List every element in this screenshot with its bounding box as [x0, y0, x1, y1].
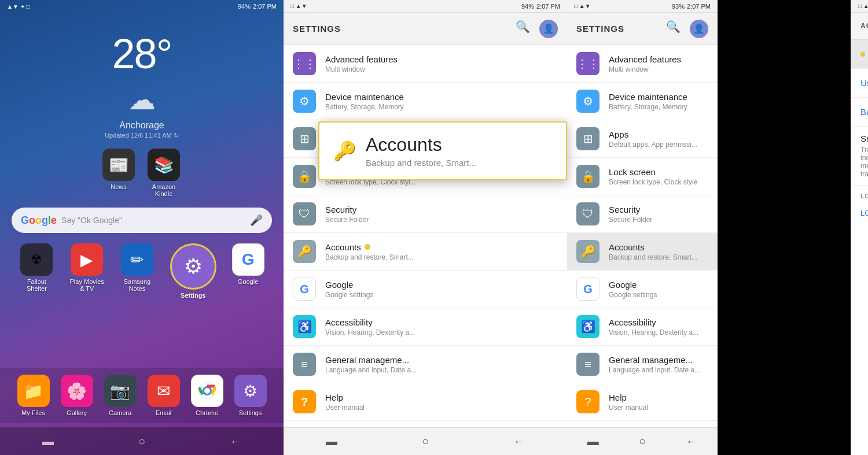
popup-title: Accounts [366, 134, 476, 156]
nav-back[interactable]: ← [230, 435, 241, 448]
weather-widget: 28° ☁ Anchorage Updated 12/6 11:41 AM ↻ [0, 13, 284, 139]
accounts-nav-item-users[interactable]: Users [851, 69, 868, 98]
dock-gallery[interactable]: 🌸 Gallery [61, 375, 93, 416]
settings-panel-2: □ ▲▼ 93% 2:07 PM SETTINGS 🔍 👤 ⋮⋮ Advance… [567, 0, 851, 455]
svg-point-2 [204, 388, 210, 394]
s2-lockscreen[interactable]: 🔒 Lock screen Screen lock type, Clock st… [567, 158, 718, 195]
settings-item-accessibility[interactable]: ♿ Accessibility Vision, Hearing, Dexteri… [284, 308, 567, 346]
advanced-text: Advanced features Multi window [325, 54, 558, 73]
settings-item-advanced[interactable]: ⋮⋮ Advanced features Multi window [284, 45, 567, 83]
search-icon[interactable]: 🔍 [516, 20, 530, 38]
fallout-label: Fallout Shelter [19, 278, 54, 292]
settings-circle-icon[interactable]: ⚙ [170, 243, 216, 290]
apps-row-bottom: ☢ Fallout Shelter ▶ Play Movies & TV ✏ S… [0, 243, 284, 299]
s2-battery: 93% [672, 3, 685, 10]
s2-google[interactable]: G Google Google settings [567, 271, 718, 308]
settings-item-maintenance[interactable]: ⚙ Device maintenance Battery, Storage, M… [284, 83, 567, 120]
advanced-icon: ⋮⋮ [293, 52, 316, 75]
s1-battery: 94% [521, 3, 534, 10]
s2-accessibility[interactable]: ♿ Accessibility Vision, Hearing, Dexteri… [567, 308, 718, 346]
kindle-label: Amazon Kindle [146, 183, 181, 197]
s2-security[interactable]: 🛡 Security Secure Folder [567, 195, 718, 233]
settings-item-help[interactable]: ? Help User manual [284, 383, 567, 421]
help-icon: ? [293, 390, 316, 413]
dock-myfiles[interactable]: 📁 My Files [17, 375, 50, 416]
s2-search-icon[interactable]: 🔍 [666, 20, 681, 38]
s2-nav-recent[interactable]: ▬ [587, 435, 599, 448]
s2-accounts[interactable]: 🔑 Accounts Backup and restore, Smart... [567, 233, 718, 271]
s2-advanced[interactable]: ⋮⋮ Advanced features Multi window [567, 45, 718, 83]
chrome-label: Chrome [196, 409, 218, 416]
location-link[interactable]: LOCATION [851, 202, 868, 224]
nav-recent[interactable]: ▬ [42, 435, 54, 448]
s2-help[interactable]: ? Help User manual [567, 383, 718, 421]
app-playmovies[interactable]: ▶ Play Movies & TV [69, 243, 104, 299]
settings-item-about[interactable]: ℹ About tablet Status, Legal information… [284, 421, 567, 427]
maintenance-text: Device maintenance Battery, Storage, Mem… [325, 92, 558, 111]
settings-list-2: ⋮⋮ Advanced features Multi window ⚙ Devi… [567, 45, 718, 427]
fallout-icon: ☢ [20, 243, 53, 276]
accounts-nav-item-backup[interactable]: Backup and re... [851, 98, 868, 127]
s2-shield-icon: 🛡 [576, 202, 599, 225]
gallery-label: Gallery [67, 409, 87, 416]
settings-item-accounts[interactable]: 🔑 Accounts Backup and restore, Smart... [284, 233, 567, 271]
google-settings-icon: G [293, 278, 316, 301]
accounts-nav-item-accounts[interactable]: Accounts [851, 40, 868, 69]
advanced-desc: Multi window [325, 65, 558, 73]
myfiles-label: My Files [21, 409, 45, 416]
google-search-bar[interactable]: Google Say "Ok Google" 🎤 [12, 208, 272, 233]
popup-row: 🔑 Accounts Backup and restore, Smart... [333, 134, 552, 168]
s2-help-icon: ? [576, 390, 599, 413]
s2-nav-home[interactable]: ○ [639, 435, 646, 448]
app-news[interactable]: 📰 News [102, 149, 135, 197]
settings-item-google[interactable]: G Google Google settings [284, 271, 567, 308]
nav-home[interactable]: ○ [138, 435, 145, 448]
accounts-smart-switch[interactable]: Smart Switch Transfer content from your … [851, 127, 868, 186]
accounts-panel-title: ACCOUNTS [860, 22, 868, 30]
location-name: Anchorage [0, 120, 284, 131]
app-kindle[interactable]: 📚 Amazon Kindle [146, 149, 181, 197]
accounts-header: ACCOUNTS [851, 13, 868, 40]
microphone-icon[interactable]: 🎤 [250, 214, 263, 227]
location-update: Updated 12/6 11:41 AM ↻ [0, 132, 284, 139]
s2-about[interactable]: ℹ About tablet Status, Legal information… [567, 421, 718, 427]
s2-advanced-icon: ⋮⋮ [576, 52, 599, 75]
s2-general[interactable]: ≡ General manageme... Language and input… [567, 346, 718, 383]
samsung-notes-icon: ✏ [121, 243, 153, 276]
dock-settings-icon: ⚙ [234, 375, 267, 407]
s2-header-icons: 🔍 👤 [666, 20, 708, 38]
app-google[interactable]: G Google [232, 243, 264, 299]
dock-chrome[interactable]: Chrome [191, 375, 223, 416]
google-logo: Google [21, 214, 57, 227]
app-samsung-notes[interactable]: ✏ Samsung Notes [120, 243, 155, 299]
s2-nav-back[interactable]: ← [686, 435, 697, 448]
settings-item-general[interactable]: ≡ General manageme... Language and input… [284, 346, 567, 383]
s1-nav-back[interactable]: ← [513, 435, 525, 448]
app-fallout[interactable]: ☢ Fallout Shelter [19, 243, 54, 299]
apps-icon: ⊞ [293, 127, 316, 150]
status-bar-accounts: □ ▲▼ 93% 2:07 PM [851, 0, 868, 13]
s1-nav-home[interactable]: ○ [422, 435, 429, 448]
settings-title-2: SETTINGS [576, 24, 666, 34]
account-avatar[interactable]: 👤 [539, 20, 558, 38]
dock-settings[interactable]: ⚙ Settings [234, 375, 267, 416]
s2-account-avatar[interactable]: 👤 [690, 20, 708, 38]
dock-camera[interactable]: 📷 Camera [104, 375, 137, 416]
news-icon: 📰 [102, 149, 135, 181]
s2-maintenance[interactable]: ⚙ Device maintenance Battery, Storage, M… [567, 83, 718, 120]
s2-apps[interactable]: ⊞ Apps Default apps, App permissi... [567, 120, 718, 158]
news-label: News [111, 183, 127, 190]
accounts-popup: 🔑 Accounts Backup and restore, Smart... [318, 121, 567, 180]
smart-switch-desc: Transfer content from your old device, i… [860, 146, 868, 178]
settings-item-security[interactable]: 🛡 Security Secure Folder [284, 195, 567, 233]
s2-time: 2:07 PM [687, 3, 711, 10]
status-battery: 94% [238, 3, 251, 10]
google-app-icon: G [232, 243, 264, 276]
temperature: 28° [0, 30, 284, 77]
chrome-icon [191, 375, 223, 407]
app-settings-highlighted[interactable]: ⚙ Settings [170, 243, 216, 299]
myfiles-icon: 📁 [17, 375, 50, 407]
s1-nav-recent[interactable]: ▬ [326, 435, 337, 448]
dock-email[interactable]: ✉ Email [148, 375, 180, 416]
status-bar-settings1: □ ▲▼ 94% 2:07 PM [284, 0, 567, 13]
